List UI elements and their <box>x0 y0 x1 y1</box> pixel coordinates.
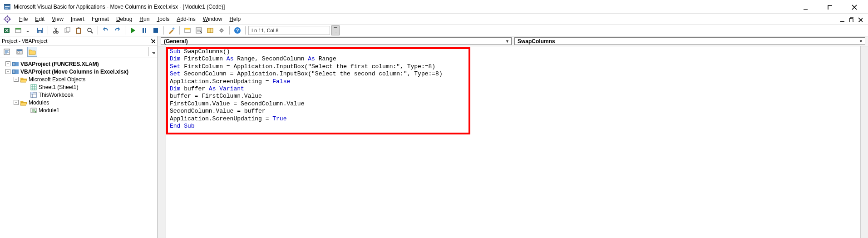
chevron-down-icon: ▼ <box>859 39 863 44</box>
insert-userform-button[interactable] <box>13 25 23 35</box>
panel-options-button[interactable] <box>151 50 155 54</box>
menu-help[interactable]: Help <box>226 15 244 24</box>
expander-icon[interactable]: − <box>14 100 19 105</box>
mdi-restore-button[interactable] <box>847 15 854 23</box>
menubar: File Edit View Insert Format Debug Run T… <box>0 14 868 25</box>
module-icon <box>30 107 37 114</box>
toggle-folders-button[interactable] <box>27 47 37 57</box>
undo-button[interactable] <box>101 25 111 35</box>
expander-icon[interactable]: − <box>14 77 19 82</box>
tree-label: ThisWorkbook <box>39 92 73 98</box>
project-explorer-panel: Project - VBAProject + VBAProject (FUNCR… <box>0 36 158 238</box>
menu-insert[interactable]: Insert <box>67 15 88 24</box>
view-excel-button[interactable] <box>2 25 12 35</box>
project-explorer-header: Project - VBAProject <box>0 36 157 45</box>
project-explorer-toolbar <box>0 45 157 58</box>
paste-button[interactable] <box>74 25 84 35</box>
toolbar-separator <box>48 26 48 35</box>
cursor-position-status: Ln 11, Col 8 <box>248 26 330 35</box>
procedure-combo[interactable]: SwapColumns ▼ <box>514 37 865 45</box>
menu-tools[interactable]: Tools <box>153 15 173 24</box>
project-explorer-close-button[interactable] <box>149 37 156 44</box>
standard-toolbar: Ln 11, Col 8 <box>0 25 868 36</box>
toolbar-separator <box>163 26 164 35</box>
tree-node-funcres[interactable]: + VBAProject (FUNCRES.XLAM) <box>1 60 156 68</box>
window-minimize-button[interactable] <box>794 0 815 14</box>
project-explorer-title: Project - VBAProject <box>2 38 47 44</box>
design-mode-button[interactable] <box>167 25 177 35</box>
code-editor[interactable]: Sub SwapColumns() Dim FirstColumn As Ran… <box>166 46 860 238</box>
tree-label: Microsoft Excel Objects <box>29 76 85 83</box>
expander-icon[interactable]: + <box>5 61 10 66</box>
break-button[interactable] <box>139 25 149 35</box>
code-window: (General) ▼ SwapColumns ▼ Sub SwapColumn… <box>158 36 868 238</box>
object-browser-button[interactable] <box>205 25 215 35</box>
toolbar-separator <box>179 26 180 35</box>
mdi-minimize-button[interactable] <box>838 15 845 23</box>
object-combo[interactable]: (General) ▼ <box>161 37 512 45</box>
code-text[interactable]: Sub SwapColumns() Dim FirstColumn As Ran… <box>170 48 857 130</box>
tree-label: Module1 <box>39 107 59 114</box>
help-button[interactable] <box>232 25 242 35</box>
run-button[interactable] <box>128 25 138 35</box>
toolbar-separator <box>148 47 149 56</box>
tree-label: Sheet1 (Sheet1) <box>39 84 78 90</box>
mdi-close-button[interactable] <box>856 15 863 23</box>
menu-debug[interactable]: Debug <box>113 15 136 24</box>
menu-addins[interactable]: Add-Ins <box>173 15 199 24</box>
tree-node-thisworkbook[interactable]: ThisWorkbook <box>1 91 156 99</box>
window-maximize-button[interactable] <box>819 0 840 14</box>
toolbar-separator <box>32 26 32 35</box>
menu-edit[interactable]: Edit <box>31 15 48 24</box>
chevron-down-icon: ▼ <box>505 39 509 44</box>
menu-file[interactable]: File <box>15 15 31 24</box>
cut-button[interactable] <box>51 25 61 35</box>
save-button[interactable] <box>35 25 45 35</box>
tree-node-excel-objects[interactable]: − Microsoft Excel Objects <box>1 75 156 83</box>
copy-button[interactable] <box>62 25 72 35</box>
insert-dropdown-button[interactable] <box>25 25 29 35</box>
vertical-scrollbar[interactable] <box>860 46 868 238</box>
redo-button[interactable] <box>112 25 122 35</box>
toolbar-overflow-button[interactable] <box>331 25 340 35</box>
vbproject-icon <box>12 68 19 75</box>
text-cursor <box>195 123 195 129</box>
toolbar-separator <box>98 26 98 35</box>
procedure-combo-value: SwapColumns <box>518 38 555 45</box>
menu-format[interactable]: Format <box>88 15 113 24</box>
toolbox-button[interactable] <box>217 25 227 35</box>
reset-button[interactable] <box>151 25 161 35</box>
project-tree[interactable]: + VBAProject (FUNCRES.XLAM) − VBAProject… <box>0 58 157 238</box>
properties-window-button[interactable] <box>194 25 204 35</box>
folder-open-icon <box>20 99 27 106</box>
worksheet-icon <box>30 84 37 91</box>
window-close-button[interactable] <box>843 0 864 14</box>
view-code-button[interactable] <box>2 47 12 57</box>
tree-label: VBAProject (Move Columns in Excel.xlsx) <box>20 69 128 75</box>
toolbar-separator <box>229 26 230 35</box>
tree-label: Modules <box>29 99 49 106</box>
project-explorer-button[interactable] <box>182 25 192 35</box>
folder-open-icon <box>20 76 27 83</box>
view-object-button[interactable] <box>15 47 25 57</box>
tree-label: VBAProject (FUNCRES.XLAM) <box>20 61 99 67</box>
workbook-icon <box>30 91 37 99</box>
expander-icon[interactable]: − <box>5 69 10 74</box>
tree-node-sheet1[interactable]: Sheet1 (Sheet1) <box>1 83 156 91</box>
toolbar-separator <box>245 26 246 35</box>
object-combo-value: (General) <box>164 38 188 45</box>
app-icon <box>4 3 11 10</box>
tree-node-vbaproject[interactable]: − VBAProject (Move Columns in Excel.xlsx… <box>1 68 156 75</box>
window-title: Microsoft Visual Basic for Applications … <box>14 4 225 10</box>
vbproject-icon <box>12 60 19 68</box>
find-button[interactable] <box>85 25 95 35</box>
menu-view[interactable]: View <box>48 15 67 24</box>
tree-node-modules[interactable]: − Modules <box>1 99 156 106</box>
code-margin[interactable] <box>158 46 166 238</box>
menu-run[interactable]: Run <box>136 15 153 24</box>
tree-node-module1[interactable]: Module1 <box>1 106 156 114</box>
menu-window[interactable]: Window <box>199 15 226 24</box>
customize-menu-icon[interactable] <box>2 15 13 23</box>
titlebar: Microsoft Visual Basic for Applications … <box>0 0 868 14</box>
toolbar-separator <box>125 26 125 35</box>
